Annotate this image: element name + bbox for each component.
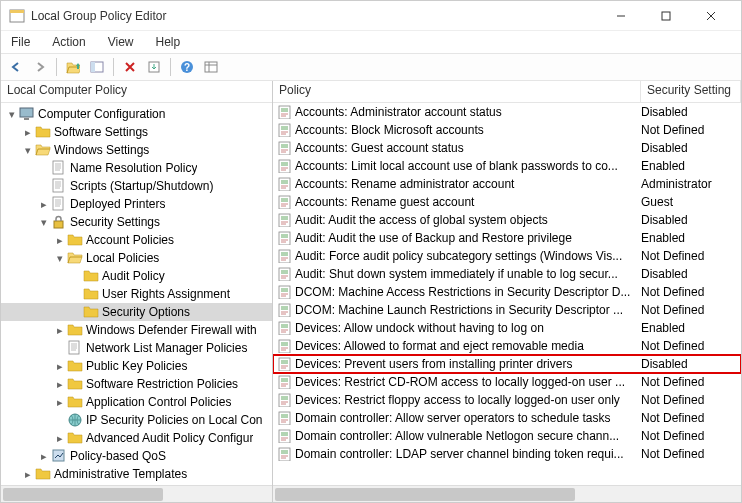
lock-icon <box>51 214 67 230</box>
tree-item[interactable]: User Rights Assignment <box>1 285 272 303</box>
expand-toggle[interactable]: ▸ <box>53 432 67 445</box>
policy-row[interactable]: Audit: Shut down system immediately if u… <box>273 265 741 283</box>
export-button[interactable] <box>143 56 165 78</box>
expand-toggle[interactable]: ▸ <box>21 126 35 139</box>
policy-row[interactable]: Accounts: Guest account statusDisabled <box>273 139 741 157</box>
up-button[interactable] <box>62 56 84 78</box>
menu-view[interactable]: View <box>104 33 138 51</box>
tree-item[interactable]: ▸Software Settings <box>1 123 272 141</box>
policy-row[interactable]: Audit: Audit the use of Backup and Resto… <box>273 229 741 247</box>
policy-row[interactable]: Domain controller: Allow server operator… <box>273 409 741 427</box>
help-button[interactable]: ? <box>176 56 198 78</box>
folder-icon <box>67 358 83 374</box>
page-icon <box>51 178 67 194</box>
policy-name: Accounts: Guest account status <box>295 141 641 155</box>
expand-toggle[interactable]: ▸ <box>53 234 67 247</box>
menu-action[interactable]: Action <box>48 33 89 51</box>
policy-row[interactable]: Domain controller: LDAP server channel b… <box>273 445 741 463</box>
tree-item[interactable]: ▸Software Restriction Policies <box>1 375 272 393</box>
show-hide-tree-button[interactable] <box>86 56 108 78</box>
tree-hscroll[interactable] <box>1 485 272 502</box>
tree[interactable]: ▾Computer Configuration▸Software Setting… <box>1 103 272 485</box>
tree-item[interactable]: ▸Account Policies <box>1 231 272 249</box>
expand-toggle[interactable]: ▾ <box>37 216 51 229</box>
expand-toggle[interactable]: ▸ <box>37 450 51 463</box>
policy-row[interactable]: Devices: Restrict floppy access to local… <box>273 391 741 409</box>
folder-icon <box>35 124 51 140</box>
svg-rect-8 <box>10 10 24 13</box>
policy-list[interactable]: Accounts: Administrator account statusDi… <box>273 103 741 485</box>
expand-toggle[interactable]: ▸ <box>53 378 67 391</box>
policy-row[interactable]: Accounts: Limit local account use of bla… <box>273 157 741 175</box>
policy-row[interactable]: Audit: Force audit policy subcategory se… <box>273 247 741 265</box>
policy-setting: Enabled <box>641 159 741 173</box>
tree-item[interactable]: Name Resolution Policy <box>1 159 272 177</box>
policy-row[interactable]: Devices: Allow undock without having to … <box>273 319 741 337</box>
tree-item[interactable]: ▸Application Control Policies <box>1 393 272 411</box>
close-button[interactable] <box>688 2 733 30</box>
delete-button[interactable] <box>119 56 141 78</box>
policy-row[interactable]: Audit: Audit the access of global system… <box>273 211 741 229</box>
tree-item[interactable]: ▸Windows Defender Firewall with <box>1 321 272 339</box>
menu-help[interactable]: Help <box>152 33 185 51</box>
tree-item-label: Local Policies <box>86 251 159 265</box>
expand-toggle[interactable]: ▸ <box>53 324 67 337</box>
back-button[interactable] <box>5 56 27 78</box>
tree-item[interactable]: ▸Public Key Policies <box>1 357 272 375</box>
policy-row[interactable]: Devices: Allowed to format and eject rem… <box>273 337 741 355</box>
expand-toggle[interactable]: ▸ <box>21 468 35 481</box>
maximize-button[interactable] <box>643 2 688 30</box>
tree-item[interactable]: ▾Windows Settings <box>1 141 272 159</box>
expand-toggle[interactable]: ▸ <box>53 396 67 409</box>
policy-row[interactable]: Domain controller: Allow vulnerable Netl… <box>273 427 741 445</box>
policy-setting: Not Defined <box>641 339 741 353</box>
column-setting[interactable]: Security Setting <box>641 81 741 102</box>
tree-item[interactable]: ▸Advanced Audit Policy Configur <box>1 429 272 447</box>
tree-item-label: User Rights Assignment <box>102 287 230 301</box>
titlebar: Local Group Policy Editor <box>1 1 741 31</box>
expand-toggle[interactable]: ▾ <box>5 108 19 121</box>
tree-item[interactable]: Network List Manager Policies <box>1 339 272 357</box>
policy-icon <box>277 357 291 371</box>
column-policy[interactable]: Policy <box>273 81 641 102</box>
pbqos-icon <box>51 448 67 464</box>
policy-icon <box>277 411 291 425</box>
folder-icon <box>67 232 83 248</box>
menu-file[interactable]: File <box>7 33 34 51</box>
folder-icon <box>67 322 83 338</box>
tree-item[interactable]: Scripts (Startup/Shutdown) <box>1 177 272 195</box>
policy-setting: Not Defined <box>641 303 741 317</box>
policy-row[interactable]: Devices: Prevent users from installing p… <box>273 355 741 373</box>
tree-item[interactable]: IP Security Policies on Local Con <box>1 411 272 429</box>
tree-item[interactable]: Audit Policy <box>1 267 272 285</box>
tree-item[interactable]: ▾Local Policies <box>1 249 272 267</box>
policy-row[interactable]: Accounts: Rename administrator accountAd… <box>273 175 741 193</box>
policy-row[interactable]: Accounts: Administrator account statusDi… <box>273 103 741 121</box>
tree-item[interactable]: ▾Security Settings <box>1 213 272 231</box>
forward-button[interactable] <box>29 56 51 78</box>
expand-toggle[interactable]: ▾ <box>53 252 67 265</box>
policy-row[interactable]: Accounts: Rename guest accountGuest <box>273 193 741 211</box>
expand-toggle[interactable]: ▸ <box>53 360 67 373</box>
tree-item[interactable]: Security Options <box>1 303 272 321</box>
tree-item[interactable]: ▾Computer Configuration <box>1 105 272 123</box>
policy-name: Audit: Shut down system immediately if u… <box>295 267 641 281</box>
tree-item[interactable]: ▸Administrative Templates <box>1 465 272 483</box>
tree-item[interactable]: ▸Deployed Printers <box>1 195 272 213</box>
tree-header[interactable]: Local Computer Policy <box>1 81 272 103</box>
policy-row[interactable]: DCOM: Machine Access Restrictions in Sec… <box>273 283 741 301</box>
expand-toggle[interactable]: ▾ <box>21 144 35 157</box>
view-options-button[interactable] <box>200 56 222 78</box>
tree-item[interactable]: ▸Policy-based QoS <box>1 447 272 465</box>
policy-row[interactable]: Devices: Restrict CD-ROM access to local… <box>273 373 741 391</box>
policy-row[interactable]: Accounts: Block Microsoft accountsNot De… <box>273 121 741 139</box>
tree-item-label: Audit Policy <box>102 269 165 283</box>
policy-row[interactable]: DCOM: Machine Launch Restrictions in Sec… <box>273 301 741 319</box>
tree-item-label: Windows Defender Firewall with <box>86 323 257 337</box>
minimize-button[interactable] <box>598 2 643 30</box>
policy-icon <box>277 321 291 335</box>
policy-setting: Enabled <box>641 231 741 245</box>
expand-toggle[interactable]: ▸ <box>37 198 51 211</box>
list-hscroll[interactable] <box>273 485 741 502</box>
tree-item-label: Software Restriction Policies <box>86 377 238 391</box>
